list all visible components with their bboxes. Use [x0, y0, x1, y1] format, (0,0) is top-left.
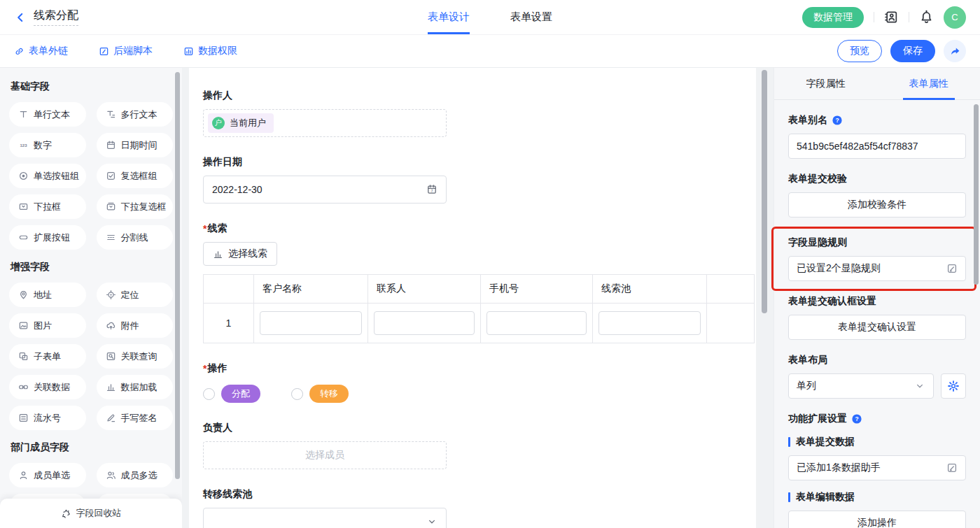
header-tabs: 表单设计 表单设置	[428, 0, 552, 34]
leads-table-row: 1	[204, 304, 754, 343]
tab-form-settings[interactable]: 表单设置	[510, 0, 552, 34]
sidebar-item[interactable]: 下拉框	[9, 194, 86, 219]
date-input[interactable]: 2022-12-30 7	[203, 176, 447, 204]
canvas-scrollbar[interactable]	[762, 70, 767, 313]
sidebar-item[interactable]: 手写签名	[97, 406, 174, 430]
sidebar-item[interactable]: 分割线	[97, 225, 174, 250]
table-cell-input[interactable]	[260, 311, 362, 335]
preview-button[interactable]: 预览	[837, 40, 882, 62]
sidebar-item[interactable]: 复选框组	[97, 164, 174, 188]
field-label: 操作人	[203, 90, 742, 102]
submit-data-label: 表单提交数据	[788, 436, 966, 448]
contacts-icon[interactable]	[884, 10, 899, 24]
sidebar-item-label: 成员多选	[121, 469, 158, 482]
sidebar-item[interactable]: 关联数据	[9, 375, 86, 399]
sidebar-item[interactable]: 关联查询	[97, 344, 174, 369]
sidebar-item[interactable]: 单选按钮组	[9, 164, 86, 188]
sidebar-item[interactable]: 附件	[97, 313, 174, 338]
tab-form-properties[interactable]: 表单属性	[877, 68, 980, 99]
save-button[interactable]: 保存	[890, 40, 935, 62]
select-leads-button[interactable]: 选择线索	[203, 242, 277, 266]
field-operation[interactable]: * 操作 分配转移	[203, 362, 742, 403]
form-title[interactable]: 线索分配	[34, 8, 78, 26]
share-button[interactable]	[944, 40, 966, 62]
sidebar-item-label: 定位	[121, 289, 139, 301]
toolbar-link[interactable]: 表单外链	[14, 45, 68, 57]
operation-option[interactable]: 转移	[291, 385, 349, 403]
transfer-pool-select[interactable]	[203, 508, 447, 528]
recycle-bin-label: 字段回收站	[76, 507, 122, 520]
sidebar-item[interactable]: 成员单选	[9, 463, 86, 487]
table-column-header: 客户名称	[254, 275, 368, 303]
field-leads[interactable]: * 线索 选择线索 客户名称联系人手机号线索池 1	[203, 222, 742, 343]
layout-settings-button[interactable]	[941, 373, 966, 399]
field-owner[interactable]: 负责人 选择成员	[203, 422, 742, 469]
field-recycle-bin[interactable]: 字段回收站	[0, 499, 182, 528]
toolbar-link[interactable]: 数据权限	[183, 45, 237, 57]
help-icon[interactable]: ?	[832, 115, 843, 126]
sidebar-item[interactable]: 数据加载	[97, 375, 174, 399]
submit-confirm-button[interactable]: 表单提交确认设置	[788, 315, 966, 340]
visibility-rules-value: 已设置2个显隐规则	[797, 262, 881, 275]
field-transfer-pool[interactable]: 转移线索池	[203, 488, 742, 528]
avatar[interactable]: C	[944, 6, 966, 29]
tab-field-properties[interactable]: 字段属性	[774, 68, 877, 99]
panel-scrollbar[interactable]	[974, 104, 979, 285]
add-validation-button[interactable]: 添加校验条件	[788, 192, 966, 217]
form-alias-value: 541b9c5ef482a5f54cf78837	[797, 141, 918, 152]
sidebar-item[interactable]: 日期时间	[97, 133, 174, 157]
sidebar-item-label: 扩展按钮	[34, 231, 70, 244]
bell-icon[interactable]	[919, 10, 934, 24]
sidebar-item[interactable]: 图片	[9, 313, 86, 338]
table-cell-input[interactable]	[486, 311, 587, 335]
radio-icon[interactable]	[203, 388, 215, 400]
sidebar-item[interactable]: 扩展按钮	[9, 225, 86, 250]
table-cell	[368, 304, 481, 343]
sidebar-item[interactable]: 定位	[97, 283, 174, 307]
field-label: 转移线索池	[203, 488, 742, 501]
toolbar-link[interactable]: 后端脚本	[99, 45, 153, 57]
sidebar-item[interactable]: 成员多选	[97, 463, 174, 487]
form-canvas: 操作人 户 当前用户 操作日期 2022-12-30 7	[189, 68, 756, 528]
field-operate-date[interactable]: 操作日期 2022-12-30 7	[203, 156, 742, 204]
table-index-header	[204, 275, 254, 303]
submit-data-box[interactable]: 已添加1条数据助手	[788, 455, 966, 480]
table-cell	[593, 304, 707, 343]
sidebar-item[interactable]: 单行文本	[9, 102, 86, 127]
sidebar-item[interactable]: 下拉复选框	[97, 194, 174, 219]
sidebar-item[interactable]: 多行文本	[97, 102, 174, 127]
option-pill: 分配	[221, 385, 260, 403]
sidebar-item[interactable]: 流水号	[9, 406, 86, 430]
tab-form-design[interactable]: 表单设计	[428, 0, 470, 34]
edit-icon[interactable]	[946, 263, 958, 274]
form-alias-input[interactable]: 541b9c5ef482a5f54cf78837	[788, 134, 966, 159]
sidebar-item-label: 成员单选	[34, 469, 70, 482]
operation-option[interactable]: 分配	[203, 385, 260, 403]
date-value: 2022-12-30	[212, 184, 262, 195]
visibility-rules-box[interactable]: 已设置2个显隐规则	[788, 256, 966, 281]
edit-icon[interactable]	[946, 462, 958, 473]
sidebar-item[interactable]: 123数字	[9, 133, 86, 157]
data-manage-button[interactable]: 数据管理	[802, 7, 864, 28]
sidebar-item-label: 数字	[34, 139, 52, 152]
sidebar-item-label: 图片	[34, 320, 52, 332]
select-member-box[interactable]: 选择成员	[203, 441, 447, 469]
add-operation-button[interactable]: 添加操作	[788, 511, 966, 528]
sidebar-item-label: 单选按钮组	[34, 170, 79, 183]
field-label: 负责人	[203, 422, 742, 434]
form-layout-select[interactable]: 单列	[788, 373, 934, 399]
sidebar-scrollbar[interactable]	[175, 72, 180, 479]
sidebar-item[interactable]: 子表单	[9, 344, 86, 369]
help-icon[interactable]: ?	[851, 413, 862, 424]
section-visibility-rules: 字段显隐规则 已设置2个显隐规则	[788, 236, 966, 281]
radio-icon[interactable]	[291, 388, 303, 400]
sidebar-item[interactable]: 地址	[9, 283, 86, 307]
number-icon: 123	[18, 140, 29, 150]
field-operator[interactable]: 操作人 户 当前用户	[203, 90, 742, 137]
sidebar-item-label: 附件	[121, 320, 139, 332]
back-icon[interactable]	[14, 11, 27, 24]
table-cell-input[interactable]	[374, 311, 475, 335]
table-cell-input[interactable]	[598, 311, 701, 335]
toolbar-link-label: 表单外链	[29, 45, 68, 57]
operator-value-box[interactable]: 户 当前用户	[203, 109, 447, 137]
